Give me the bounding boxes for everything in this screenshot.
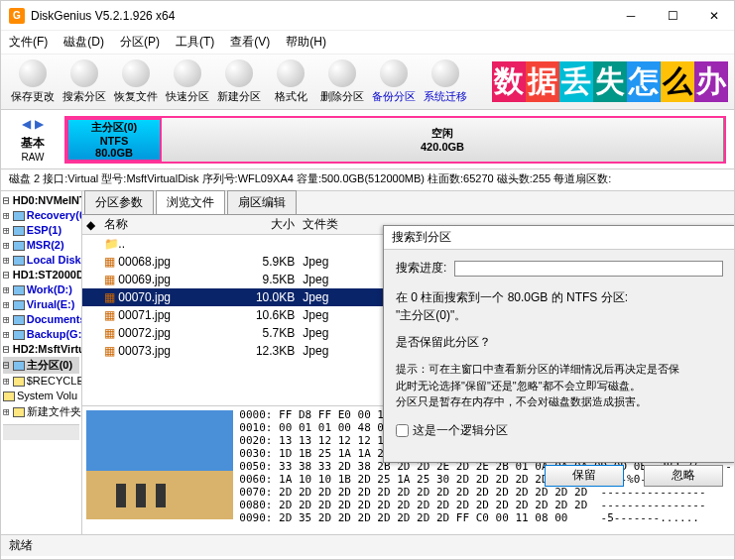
progress-label: 搜索进度:	[396, 260, 446, 277]
dialog-question: 是否保留此分区？	[396, 334, 723, 351]
new-icon	[225, 59, 253, 87]
menu-help[interactable]: 帮助(H)	[286, 34, 326, 51]
search-icon	[70, 59, 98, 87]
disk-info-line: 磁盘 2 接口:Virtual 型号:MsftVirtualDisk 序列号:W…	[1, 169, 734, 191]
format-button[interactable]: 格式化	[265, 59, 316, 104]
toolbar: 保存更改 搜索分区 恢复文件 快速分区 新建分区 格式化 删除分区 备份分区 系…	[1, 55, 734, 110]
tab-sector[interactable]: 扇区编辑	[227, 190, 297, 214]
migrate-icon	[431, 59, 459, 87]
tree-scrollbar[interactable]	[3, 424, 79, 440]
prev-disk-icon[interactable]: ◀	[22, 117, 31, 131]
menu-disk[interactable]: 磁盘(D)	[63, 34, 104, 51]
status-bar: 就绪	[1, 534, 734, 556]
menu-bar: 文件(F) 磁盘(D) 分区(P) 工具(T) 查看(V) 帮助(H)	[1, 31, 734, 55]
keep-button[interactable]: 保留	[545, 465, 624, 487]
tab-browse[interactable]: 浏览文件	[156, 190, 225, 214]
quick-icon	[174, 59, 201, 87]
backup-icon	[380, 59, 408, 87]
minimize-button[interactable]: ─	[619, 4, 643, 28]
logical-partition-checkbox[interactable]	[396, 424, 409, 437]
new-partition-button[interactable]: 新建分区	[213, 59, 265, 104]
ignore-button[interactable]: 忽略	[644, 465, 723, 487]
disk-nav: ◀ ▶ 基本 RAW	[9, 117, 57, 163]
quick-partition-button[interactable]: 快速分区	[162, 59, 213, 104]
menu-view[interactable]: 查看(V)	[230, 34, 270, 51]
next-disk-icon[interactable]: ▶	[35, 117, 44, 131]
content-tabs: 分区参数 浏览文件 扇区编辑	[82, 191, 734, 215]
search-partition-button[interactable]: 搜索分区	[59, 59, 110, 104]
disk-tree[interactable]: ⊟ HD0:NVMeINTELSS ⊞ Recovery(0) ⊞ ESP(1)…	[1, 191, 82, 534]
format-icon	[277, 59, 305, 87]
save-icon	[19, 59, 47, 87]
thumbnail-image	[86, 410, 233, 519]
backup-partition-button[interactable]: 备份分区	[368, 59, 420, 104]
disk-map-bar: ◀ ▶ 基本 RAW 主分区(0) NTFS 80.0GB 空闲 420.0GB	[1, 110, 734, 169]
partition-strip: 主分区(0) NTFS 80.0GB 空闲 420.0GB	[64, 116, 726, 164]
recover-files-button[interactable]: 恢复文件	[110, 59, 162, 104]
menu-partition[interactable]: 分区(P)	[120, 34, 160, 51]
recover-icon	[122, 59, 150, 87]
maximize-button[interactable]: ☐	[661, 4, 684, 28]
close-button[interactable]: ✕	[702, 4, 726, 28]
search-result-dialog: 搜索到分区 搜索进度: 在 0 柱面搜索到一个 80.0GB 的 NTFS 分区…	[383, 225, 735, 463]
delete-icon	[328, 59, 356, 87]
tab-params[interactable]: 分区参数	[84, 190, 154, 214]
save-button[interactable]: 保存更改	[7, 59, 59, 104]
dialog-title: 搜索到分区	[384, 226, 735, 250]
menu-tools[interactable]: 工具(T)	[176, 34, 214, 51]
app-icon: G	[9, 8, 25, 24]
menu-file[interactable]: 文件(F)	[9, 34, 48, 51]
window-title: DiskGenius V5.2.1.926 x64	[31, 9, 619, 23]
delete-partition-button[interactable]: 删除分区	[316, 59, 368, 104]
partition-box-main[interactable]: 主分区(0) NTFS 80.0GB	[66, 118, 162, 162]
promo-banner: 数 据 丢 失 怎 么 办	[475, 57, 728, 107]
title-bar: G DiskGenius V5.2.1.926 x64 ─ ☐ ✕	[1, 1, 734, 31]
system-migrate-button[interactable]: 系统迁移	[420, 59, 471, 104]
partition-box-free[interactable]: 空闲 420.0GB	[162, 118, 724, 162]
progress-bar	[454, 261, 723, 277]
